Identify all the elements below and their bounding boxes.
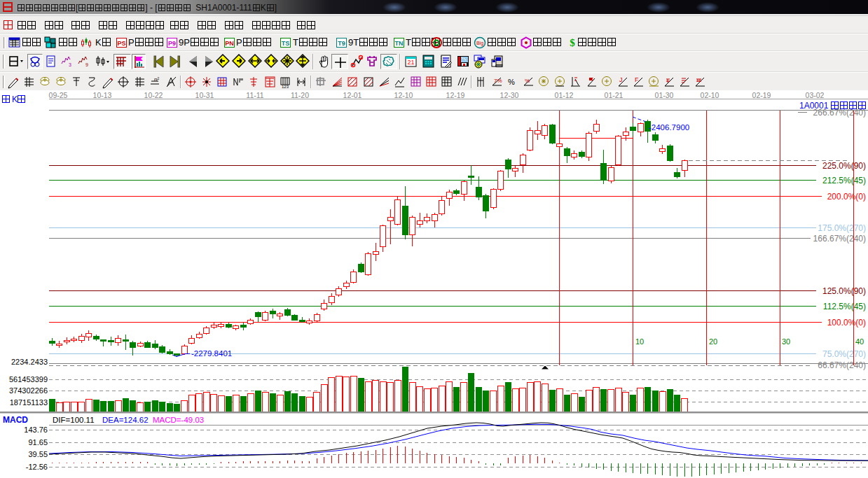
svg-text:10-31: 10-31	[195, 91, 214, 99]
svg-text:P9: P9	[168, 40, 176, 47]
svg-text:561453399: 561453399	[9, 375, 48, 384]
svg-text:3: 3	[69, 62, 71, 67]
svg-text:%: %	[525, 78, 530, 84]
svg-text:11-11: 11-11	[246, 91, 263, 99]
svg-text:DIF=100.11: DIF=100.11	[53, 416, 95, 424]
svg-text:MACD: MACD	[3, 415, 28, 425]
svg-text:187151133: 187151133	[10, 398, 48, 407]
svg-text:2234.2433: 2234.2433	[11, 358, 48, 366]
svg-text:91.65: 91.65	[28, 438, 48, 447]
svg-text:PS: PS	[117, 40, 125, 47]
svg-text:20: 20	[709, 337, 717, 346]
svg-text:F: F	[635, 76, 639, 83]
svg-text:266.67%(240): 266.67%(240)	[813, 108, 866, 118]
svg-text:75.0%(270): 75.0%(270)	[822, 349, 866, 359]
svg-text:01-21: 01-21	[605, 91, 624, 99]
svg-text:125.0%(90): 125.0%(90)	[822, 286, 866, 296]
svg-text:02-10: 02-10	[701, 91, 719, 99]
svg-text:09-25: 09-25	[49, 91, 68, 99]
svg-text:12-30: 12-30	[500, 91, 519, 99]
svg-text:40: 40	[855, 337, 864, 346]
svg-text:10-13: 10-13	[93, 91, 112, 99]
svg-text:n²: n²	[154, 76, 159, 83]
svg-text:10-22: 10-22	[144, 91, 163, 99]
svg-text:12-01: 12-01	[343, 91, 362, 99]
svg-text:175.0%(270): 175.0%(270)	[818, 223, 866, 233]
svg-text:30: 30	[782, 337, 790, 346]
svg-text:MACD=-49.03: MACD=-49.03	[153, 416, 204, 424]
svg-text:01-30: 01-30	[655, 91, 674, 99]
svg-text:66.67%(240): 66.67%(240)	[818, 360, 866, 370]
svg-text:21: 21	[407, 59, 414, 66]
svg-text:374302266: 374302266	[9, 386, 48, 395]
svg-text:7%: 7%	[494, 78, 502, 84]
svg-text:39.55: 39.55	[28, 450, 48, 458]
svg-text:%: %	[508, 78, 515, 86]
svg-text:02-19: 02-19	[752, 91, 771, 99]
svg-text:166.67%(240): 166.67%(240)	[813, 234, 866, 244]
svg-text:-2279.8401: -2279.8401	[191, 349, 232, 358]
svg-text:123: 123	[282, 85, 289, 89]
svg-text:-12.56: -12.56	[26, 463, 48, 471]
svg-text:K: K	[12, 94, 18, 104]
svg-text:112.5%(45): 112.5%(45)	[823, 302, 866, 311]
svg-text:PN: PN	[225, 40, 234, 47]
svg-text:TN: TN	[395, 40, 404, 47]
svg-text:T9: T9	[338, 40, 345, 47]
svg-text:10: 10	[635, 337, 644, 346]
svg-text:12-19: 12-19	[446, 91, 465, 99]
svg-text:9: 9	[85, 62, 88, 67]
svg-text:11-20: 11-20	[291, 91, 309, 99]
svg-text:TS: TS	[282, 40, 290, 47]
svg-text:01-12: 01-12	[555, 91, 574, 99]
svg-text:-2406.7900: -2406.7900	[649, 123, 689, 132]
svg-text:143.76: 143.76	[24, 426, 48, 434]
svg-text:12-10: 12-10	[394, 91, 413, 99]
svg-text:$: $	[570, 37, 575, 48]
svg-text:Big: Big	[476, 41, 483, 46]
svg-text:225.0%(90): 225.0%(90)	[822, 161, 866, 171]
svg-text:J: J	[619, 76, 623, 83]
svg-text:212.5%(45): 212.5%(45)	[822, 176, 866, 185]
svg-text:03-02: 03-02	[806, 91, 825, 99]
svg-text:200.0%(0): 200.0%(0)	[827, 192, 866, 202]
svg-text:DEA=124.62: DEA=124.62	[102, 416, 149, 424]
svg-text:100.0%(0): 100.0%(0)	[827, 318, 866, 328]
